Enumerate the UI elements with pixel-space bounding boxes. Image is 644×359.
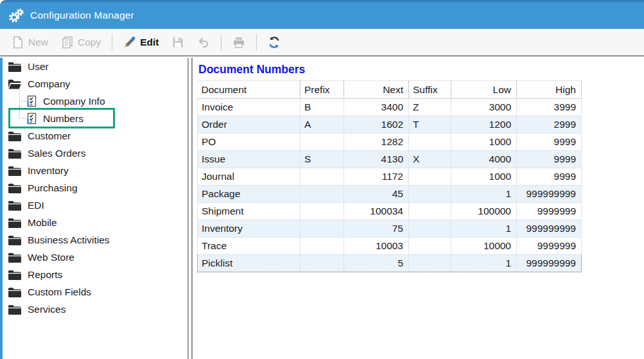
save-button[interactable] xyxy=(166,33,189,51)
cell-prefix[interactable] xyxy=(300,220,344,238)
cell-high[interactable]: 999999999 xyxy=(517,186,582,203)
cell-prefix[interactable] xyxy=(300,255,344,272)
cell-high[interactable]: 9999999 xyxy=(517,238,582,255)
cell-low[interactable]: 1000 xyxy=(451,134,517,151)
cell-prefix[interactable]: B xyxy=(300,99,344,116)
copy-button[interactable]: Copy xyxy=(56,33,106,51)
sidebar-item-reports[interactable]: Reports xyxy=(3,266,187,283)
column-header-suffix[interactable]: Suffix xyxy=(409,81,451,99)
table-row-trace[interactable]: Trace10003100009999999 xyxy=(198,238,582,255)
cell-low[interactable]: 3000 xyxy=(451,99,517,116)
sidebar-item-company[interactable]: Company xyxy=(3,75,187,92)
cell-low[interactable]: 1 xyxy=(451,186,517,203)
column-header-prefix[interactable]: Prefix xyxy=(300,81,344,99)
sidebar-item-company-info[interactable]: Company Info xyxy=(3,92,187,110)
window-titlebar[interactable]: Configuration Manager xyxy=(0,0,644,29)
cell-low[interactable]: 1 xyxy=(451,220,517,238)
cell-suffix[interactable] xyxy=(409,255,451,272)
cell-low[interactable]: 1000 xyxy=(451,168,517,186)
column-header-next[interactable]: Next xyxy=(344,81,409,99)
cell-high[interactable]: 2999 xyxy=(517,116,582,134)
table-row-issue[interactable]: IssueS4130X40009999 xyxy=(198,151,582,168)
cell-document[interactable]: Picklist xyxy=(198,255,300,272)
sidebar-item-mobile[interactable]: Mobile xyxy=(3,214,187,231)
cell-low[interactable]: 10000 xyxy=(451,238,517,255)
cell-next[interactable]: 10003 xyxy=(344,238,409,255)
cell-low[interactable]: 100000 xyxy=(451,203,517,220)
table-row-picklist[interactable]: Picklist51999999999 xyxy=(198,255,582,272)
cell-prefix[interactable]: S xyxy=(300,151,344,168)
sidebar-item-inventory[interactable]: Inventory xyxy=(3,162,187,179)
cell-document[interactable]: Invoice xyxy=(198,99,300,116)
sidebar-item-customer[interactable]: Customer xyxy=(3,127,187,144)
cell-high[interactable]: 9999 xyxy=(517,134,582,151)
cell-suffix[interactable]: X xyxy=(409,151,451,168)
cell-suffix[interactable] xyxy=(409,168,451,186)
cell-document[interactable]: Inventory xyxy=(198,220,300,238)
cell-suffix[interactable]: T xyxy=(409,116,451,134)
cell-next[interactable]: 4130 xyxy=(344,151,409,168)
cell-next[interactable]: 1602 xyxy=(344,116,409,134)
cell-next[interactable]: 75 xyxy=(344,220,409,238)
cell-next[interactable]: 1282 xyxy=(344,134,409,151)
cell-document[interactable]: Shipment xyxy=(198,203,300,220)
cell-high[interactable]: 999999999 xyxy=(517,220,582,238)
table-row-inventory[interactable]: Inventory751999999999 xyxy=(198,220,582,238)
cell-prefix[interactable] xyxy=(300,168,344,186)
cell-suffix[interactable]: Z xyxy=(409,99,451,116)
cell-next[interactable]: 45 xyxy=(344,186,409,203)
table-row-shipment[interactable]: Shipment1000341000009999999 xyxy=(198,203,582,220)
cell-low[interactable]: 1 xyxy=(451,255,517,272)
cell-document[interactable]: PO xyxy=(198,134,300,151)
table-row-invoice[interactable]: InvoiceB3400Z30003999 xyxy=(198,99,582,116)
cell-next[interactable]: 100034 xyxy=(344,203,409,220)
table-row-journal[interactable]: Journal117210009999 xyxy=(198,168,582,186)
cell-document[interactable]: Order xyxy=(198,116,300,134)
refresh-button[interactable] xyxy=(263,33,286,51)
undo-button[interactable] xyxy=(192,33,215,51)
column-header-high[interactable]: High xyxy=(517,81,582,99)
new-button[interactable]: New xyxy=(6,33,53,51)
cell-high[interactable]: 3999 xyxy=(517,99,582,116)
cell-low[interactable]: 1200 xyxy=(451,116,517,134)
cell-suffix[interactable] xyxy=(409,186,451,203)
cell-document[interactable]: Package xyxy=(198,186,300,203)
sidebar-item-numbers[interactable]: Numbers xyxy=(3,110,187,127)
sidebar-item-sales-orders[interactable]: Sales Orders xyxy=(3,144,187,162)
cell-high[interactable]: 9999 xyxy=(517,151,582,168)
cell-prefix[interactable] xyxy=(300,134,344,151)
table-row-po[interactable]: PO128210009999 xyxy=(198,134,582,151)
cell-high[interactable]: 9999999 xyxy=(517,203,582,220)
cell-suffix[interactable] xyxy=(409,134,451,151)
cell-document[interactable]: Issue xyxy=(198,151,300,168)
cell-suffix[interactable] xyxy=(409,220,451,238)
cell-prefix[interactable] xyxy=(300,238,344,255)
cell-document[interactable]: Journal xyxy=(198,168,300,186)
sidebar-item-user[interactable]: User xyxy=(3,58,187,75)
cell-high[interactable]: 9999 xyxy=(517,168,582,186)
table-row-order[interactable]: OrderA1602T12002999 xyxy=(198,116,582,134)
cell-suffix[interactable] xyxy=(409,203,451,220)
sidebar-item-services[interactable]: Services xyxy=(3,301,187,318)
cell-document[interactable]: Trace xyxy=(198,238,300,255)
sidebar-item-edi[interactable]: EDI xyxy=(3,197,187,214)
cell-prefix[interactable]: A xyxy=(300,116,344,134)
cell-next[interactable]: 3400 xyxy=(344,99,409,116)
column-header-document[interactable]: Document xyxy=(198,81,300,99)
cell-prefix[interactable] xyxy=(300,203,344,220)
cell-next[interactable]: 1172 xyxy=(344,168,409,186)
cell-prefix[interactable] xyxy=(300,186,344,203)
print-button[interactable] xyxy=(227,33,250,51)
cell-next[interactable]: 5 xyxy=(344,255,409,272)
column-header-low[interactable]: Low xyxy=(451,81,517,99)
table-row-package[interactable]: Package451999999999 xyxy=(198,186,582,203)
sidebar-item-purchasing[interactable]: Purchasing xyxy=(3,179,187,197)
cell-low[interactable]: 4000 xyxy=(451,151,517,168)
panel-divider[interactable] xyxy=(187,58,193,359)
sidebar-item-custom-fields[interactable]: Custom Fields xyxy=(3,283,187,301)
edit-button[interactable]: Edit xyxy=(118,33,164,51)
sidebar-item-business-activities[interactable]: Business Activities xyxy=(3,231,187,249)
cell-suffix[interactable] xyxy=(409,238,451,255)
sidebar-item-web-store[interactable]: Web Store xyxy=(3,249,187,266)
cell-high[interactable]: 999999999 xyxy=(517,255,582,272)
